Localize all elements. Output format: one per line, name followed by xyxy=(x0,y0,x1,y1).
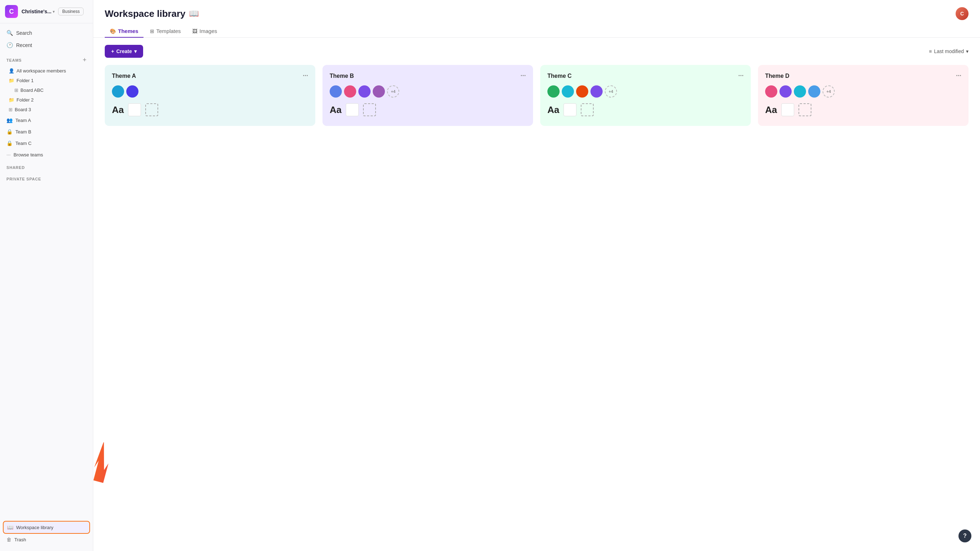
sort-chevron-icon: ▾ xyxy=(966,48,969,54)
sidebar: C Christine's... ▾ Business 🔍 Search 🕐 R… xyxy=(0,0,93,551)
add-team-button[interactable]: + xyxy=(83,56,86,64)
tabs-bar: 🎨 Themes ⊞ Templates 🖼 Images xyxy=(93,20,980,38)
board3-icon: ⊞ xyxy=(9,107,13,112)
board-abc-item[interactable]: ⊞ Board ABC xyxy=(3,85,90,95)
page-title-text: Workspace library xyxy=(105,8,185,19)
library-icon: 📖 xyxy=(7,524,13,530)
board3-label: Board 3 xyxy=(15,107,31,112)
color-dot xyxy=(112,85,124,97)
create-button-label: Create xyxy=(116,48,132,54)
private-section-label: PRIVATE SPACE xyxy=(6,177,41,181)
recent-nav-item[interactable]: 🕐 Recent xyxy=(3,39,90,51)
team-a-item[interactable]: 👥 Team A xyxy=(3,115,90,126)
all-workspace-members-item[interactable]: 👤 All workspace members xyxy=(3,66,90,76)
folder2-icon: 📁 xyxy=(9,97,14,103)
teams-section-header: TEAMS + xyxy=(3,54,90,66)
theme-card[interactable]: Theme A ··· Aa xyxy=(105,65,315,126)
theme-menu-button[interactable]: ··· xyxy=(956,72,961,80)
theme-card-header: Theme C ··· xyxy=(547,72,744,80)
toolbar: + Create ▾ ≡ Last modified ▾ xyxy=(105,45,969,58)
color-dots: +4 xyxy=(547,85,744,97)
browse-teams-item[interactable]: ··· Browse teams xyxy=(3,149,90,160)
board3-item[interactable]: ⊞ Board 3 xyxy=(3,105,90,115)
avatar[interactable]: C xyxy=(956,7,969,20)
tab-images[interactable]: 🖼 Images xyxy=(187,25,222,38)
workspace-library-item[interactable]: 📖 Workspace library xyxy=(3,521,90,534)
theme-samples: Aa xyxy=(547,104,744,116)
color-dot xyxy=(330,85,342,97)
color-dot xyxy=(547,85,560,97)
tab-templates[interactable]: ⊞ Templates xyxy=(145,25,186,38)
theme-card[interactable]: Theme C ···+4 Aa xyxy=(540,65,751,126)
workspace-name[interactable]: Christine's... ▾ xyxy=(22,9,54,14)
templates-tab-label: Templates xyxy=(156,28,181,34)
color-dot xyxy=(126,85,138,97)
color-dot-more: +4 xyxy=(822,85,835,97)
sort-label: Last modified xyxy=(934,48,964,54)
templates-tab-icon: ⊞ xyxy=(150,28,154,34)
search-icon: 🔍 xyxy=(6,30,13,36)
folder2-item[interactable]: 📁 Folder 2 xyxy=(3,95,90,105)
color-dot xyxy=(576,85,588,97)
private-section-header: PRIVATE SPACE xyxy=(3,175,90,183)
search-nav-item[interactable]: 🔍 Search xyxy=(3,27,90,39)
images-tab-icon: 🖼 xyxy=(192,28,197,34)
team-c-item[interactable]: 🔒 Team C xyxy=(3,137,90,149)
theme-card-name: Theme D xyxy=(765,73,789,79)
theme-card-header: Theme A ··· xyxy=(112,72,308,80)
main-header: Workspace library 📖 C xyxy=(93,0,980,20)
tab-themes[interactable]: 🎨 Themes xyxy=(105,25,143,38)
sample-white-box xyxy=(128,104,141,116)
sample-frame-box xyxy=(363,104,376,116)
shared-section-header: SHARED xyxy=(3,163,90,172)
theme-samples: Aa xyxy=(112,104,308,116)
sidebar-header: C Christine's... ▾ Business xyxy=(0,0,93,23)
sample-white-box xyxy=(346,104,359,116)
themes-tab-icon: 🎨 xyxy=(110,28,116,34)
color-dot xyxy=(590,85,603,97)
page-title: Workspace library 📖 xyxy=(105,8,199,19)
sample-frame-box xyxy=(799,104,811,116)
create-button[interactable]: + Create ▾ xyxy=(105,45,143,58)
create-plus-icon: + xyxy=(111,48,114,54)
color-dot-more: +4 xyxy=(387,85,399,97)
browse-teams-label: Browse teams xyxy=(14,152,43,158)
recent-icon: 🕐 xyxy=(6,42,13,48)
members-icon: 👤 xyxy=(9,68,14,73)
color-dots xyxy=(112,85,308,97)
color-dot-more: +4 xyxy=(605,85,617,97)
app-logo: C xyxy=(5,5,18,18)
help-button[interactable]: ? xyxy=(958,529,971,542)
sort-button[interactable]: ≡ Last modified ▾ xyxy=(929,48,969,54)
sidebar-bottom: 📖 Workspace library 🗑 Trash xyxy=(0,518,93,545)
sample-text: Aa xyxy=(330,104,342,116)
recent-label: Recent xyxy=(16,42,32,48)
workspace-library-label: Workspace library xyxy=(16,525,53,530)
theme-card-name: Theme B xyxy=(330,73,354,79)
color-dot xyxy=(794,85,806,97)
theme-menu-button[interactable]: ··· xyxy=(520,72,526,80)
theme-card[interactable]: Theme B ···+4 Aa xyxy=(323,65,533,126)
sample-text: Aa xyxy=(112,104,124,116)
folder1-item[interactable]: 📁 Folder 1 xyxy=(3,76,90,85)
team-a-label: Team A xyxy=(16,118,31,123)
main-content: Workspace library 📖 C 🎨 Themes ⊞ Templat… xyxy=(93,0,980,551)
color-dot xyxy=(765,85,777,97)
folder1-label: Folder 1 xyxy=(16,78,34,83)
create-chevron-icon: ▾ xyxy=(134,48,137,54)
themes-tab-label: Themes xyxy=(118,28,138,34)
all-members-label: All workspace members xyxy=(16,68,66,73)
theme-card-header: Theme B ··· xyxy=(330,72,526,80)
plan-badge[interactable]: Business xyxy=(58,8,84,16)
theme-menu-button[interactable]: ··· xyxy=(303,72,308,80)
board-abc-label: Board ABC xyxy=(21,88,43,93)
folder-icon: 📁 xyxy=(9,78,14,83)
theme-menu-button[interactable]: ··· xyxy=(738,72,744,80)
sort-icon: ≡ xyxy=(929,48,932,54)
color-dots: +4 xyxy=(765,85,961,97)
trash-item[interactable]: 🗑 Trash xyxy=(3,534,90,545)
sample-text: Aa xyxy=(547,104,559,116)
search-label: Search xyxy=(16,30,32,36)
theme-card[interactable]: Theme D ···+4 Aa xyxy=(758,65,969,126)
team-b-item[interactable]: 🔒 Team B xyxy=(3,126,90,137)
